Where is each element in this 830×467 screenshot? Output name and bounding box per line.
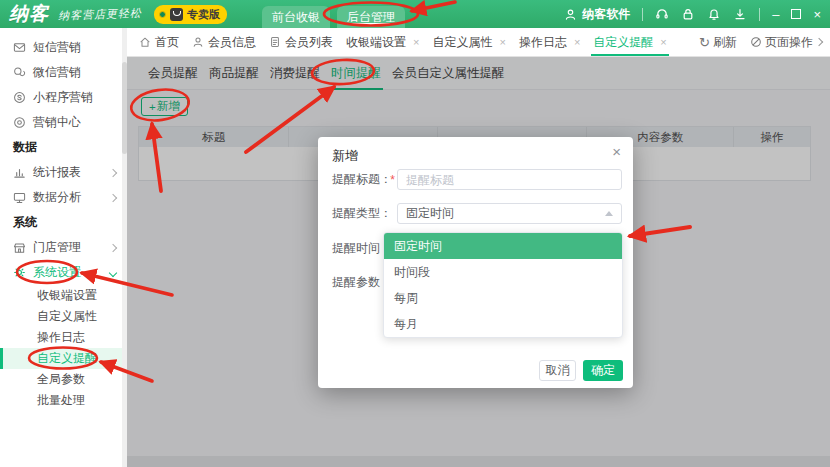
option-weekly[interactable]: 每周 [384, 285, 622, 311]
sidebar-subitem-custom-attributes[interactable]: 自定义属性 [0, 306, 127, 327]
page-tab-bar: 首页 会员信息 会员列表 收银端设置 × 自定义属性 × 操作日志 × 自定义提… [127, 28, 830, 57]
sidebar-subitem-cashier-settings[interactable]: 收银端设置 [0, 285, 127, 306]
brand-tagline: 纳客营店更轻松 [58, 5, 142, 23]
confirm-button[interactable]: 确定 [583, 360, 623, 381]
sidebar-item-system-settings[interactable]: 系统设置 [0, 260, 127, 285]
required-marker: * [388, 173, 397, 187]
user-icon [564, 8, 577, 21]
sidebar-item-store-management[interactable]: 门店管理 [0, 235, 127, 260]
option-time-period[interactable]: 时间段 [384, 259, 622, 285]
divider [759, 8, 760, 21]
wechat-icon [13, 66, 26, 79]
maximize-button[interactable] [791, 9, 801, 19]
sidebar-item-statistics-reports[interactable]: 统计报表 [0, 160, 127, 185]
sidebar-section-data: 数据 [0, 135, 127, 160]
tab-custom-reminder[interactable]: 自定义提醒 × [591, 28, 668, 56]
divider [642, 8, 643, 21]
page-operations-button[interactable]: 页面操作 [750, 34, 822, 51]
sidebar-subitem-batch-processing[interactable]: 批量处理 [0, 390, 127, 411]
tab-cashier-settings[interactable]: 收银端设置 × [344, 28, 421, 56]
mode-switch: 前台收银 后台管理 [262, 6, 405, 28]
gear-icon [13, 266, 26, 279]
target-icon [13, 116, 26, 129]
field-reminder-type: 提醒类型： 固定时间 [332, 203, 622, 224]
chevron-right-icon [109, 243, 117, 251]
reminder-title-input[interactable] [397, 169, 622, 190]
monitor-icon [13, 191, 26, 204]
document-icon [269, 36, 281, 48]
download-icon[interactable] [733, 7, 747, 21]
close-tab-icon[interactable]: × [499, 36, 505, 48]
account-menu[interactable]: 纳客软件 [564, 6, 630, 23]
topbar-right: 纳客软件 – × [564, 6, 821, 23]
sidebar-subitem-global-parameters[interactable]: 全局参数 [0, 369, 127, 390]
nav-tab-front-cashier[interactable]: 前台收银 [262, 6, 330, 28]
user-icon [192, 36, 204, 48]
edition-badge: 专卖版 [154, 5, 227, 24]
bar-chart-icon [13, 166, 26, 179]
app-window: 纳客 纳客营店更轻松 专卖版 前台收银 后台管理 纳客软件 [0, 0, 830, 467]
minimize-button[interactable]: – [772, 8, 779, 21]
tab-custom-attributes[interactable]: 自定义属性 × [430, 28, 507, 56]
top-bar: 纳客 纳客营店更轻松 专卖版 前台收银 后台管理 纳客软件 [0, 0, 830, 28]
badge-logo-icon [170, 8, 183, 21]
chevron-right-icon [109, 168, 117, 176]
caret-up-icon [605, 211, 613, 216]
option-monthly[interactable]: 每月 [384, 311, 622, 337]
sidebar-item-wechat-marketing[interactable]: 微信营销 [0, 60, 127, 85]
cancel-button[interactable]: 取消 [539, 360, 576, 381]
sidebar-item-sms-marketing[interactable]: 短信营销 [0, 35, 127, 60]
tab-member-list[interactable]: 会员列表 [267, 28, 335, 56]
page-operations-icon [750, 36, 762, 48]
close-tab-icon[interactable]: × [413, 36, 419, 48]
nav-tab-backstage[interactable]: 后台管理 [337, 6, 405, 28]
bell-icon[interactable] [707, 7, 721, 21]
option-fixed-time[interactable]: 固定时间 [384, 233, 622, 259]
refresh-icon: ↻ [699, 35, 710, 50]
add-reminder-dialog: 新增 × 提醒标题： * 提醒类型： 固定时间 提醒时间： * 提醒参数： * [318, 137, 633, 388]
home-icon [139, 36, 151, 48]
reminder-type-dropdown: 固定时间 时间段 每周 每月 [383, 232, 623, 338]
mail-icon [13, 41, 26, 54]
sidebar-section-system: 系统 [0, 210, 127, 235]
chevron-right-icon [815, 38, 823, 46]
field-reminder-title: 提醒标题： * [332, 169, 622, 190]
store-icon [13, 241, 26, 254]
brand-logo: 纳客 [9, 1, 49, 27]
headset-icon[interactable] [655, 7, 669, 21]
close-tab-icon[interactable]: × [574, 36, 580, 48]
sidebar-subitem-custom-reminder[interactable]: 自定义提醒 [0, 348, 127, 369]
close-button[interactable]: × [813, 8, 821, 21]
sidebar-item-miniprogram-marketing[interactable]: 小程序营销 [0, 85, 127, 110]
tab-operation-log[interactable]: 操作日志 × [517, 28, 582, 56]
reminder-type-select[interactable]: 固定时间 [397, 203, 622, 224]
badge-dot-icon [159, 11, 166, 18]
tab-home[interactable]: 首页 [137, 28, 181, 56]
tab-member-info[interactable]: 会员信息 [190, 28, 258, 56]
sidebar-item-data-analysis[interactable]: 数据分析 [0, 185, 127, 210]
dialog-title: 新增 [332, 147, 358, 165]
refresh-button[interactable]: ↻ 刷新 [699, 34, 737, 51]
tabbar-actions: ↻ 刷新 页面操作 [699, 34, 830, 51]
sidebar-item-marketing-center[interactable]: 营销中心 [0, 110, 127, 135]
chevron-down-icon [109, 268, 117, 276]
dialog-close-icon[interactable]: × [612, 144, 621, 159]
lock-icon[interactable] [681, 7, 695, 21]
close-tab-icon[interactable]: × [660, 36, 666, 48]
sidebar: 短信营销 微信营销 小程序营销 营销中心 数据 统计报表 数据分析 系统 [0, 28, 127, 467]
chevron-right-icon [109, 193, 117, 201]
mini-program-icon [13, 91, 26, 104]
sidebar-subitem-operation-log[interactable]: 操作日志 [0, 327, 127, 348]
